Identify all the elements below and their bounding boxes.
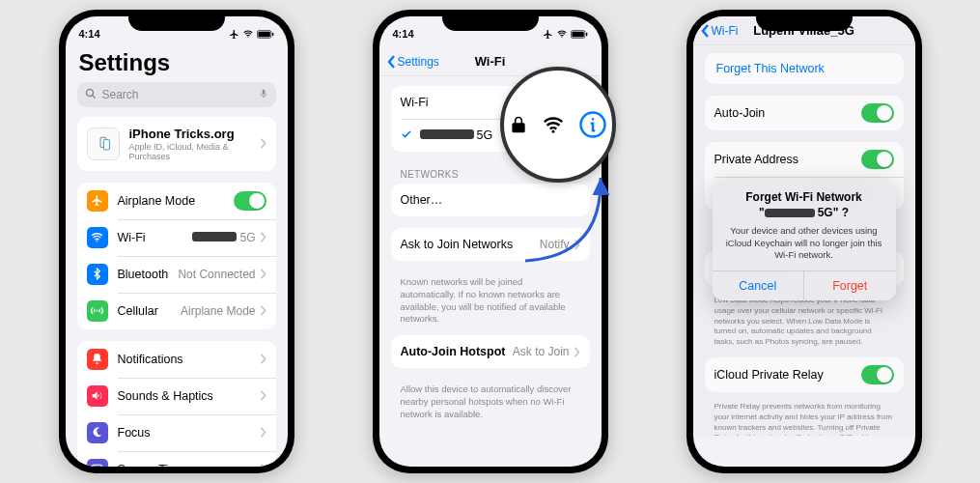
magnifier-callout [500,67,616,183]
forget-button[interactable]: Forget [803,271,896,300]
svg-rect-3 [271,32,272,35]
row-wifi[interactable]: Wi-Fi 5G [77,219,276,256]
wifi-icon [242,29,254,39]
modal-body: Your device and other devices using iClo… [724,225,884,261]
other-network-row[interactable]: Other… [391,184,590,216]
row-airplane-mode[interactable]: Airplane Mode [77,183,276,219]
row-cellular[interactable]: Cellular Airplane Mode [77,293,276,329]
svg-rect-10 [93,465,102,467]
chevron-right-icon [260,305,266,316]
wifi-icon [87,227,108,248]
checkmark-icon [401,127,412,144]
chevron-right-icon [260,138,266,149]
status-time: 4:14 [393,28,414,40]
airplane-icon [543,29,553,40]
apple-id-icon [87,128,120,160]
row-focus[interactable]: Focus [77,414,276,451]
mic-icon[interactable] [259,86,268,103]
search-placeholder: Search [102,88,253,101]
page-title: Settings [66,47,288,82]
wifi-value: 5G [192,231,255,244]
wifi-icon [556,29,568,39]
svg-point-4 [86,90,93,97]
svg-rect-16 [585,32,586,35]
search-icon [85,86,97,103]
forget-confirm-modal: Forget Wi-Fi Network "5G" ? Your device … [713,179,896,300]
phone-network-detail: 4:14 Wi-Fi Lupeni Villae_5G Forget This … [686,10,922,473]
back-button[interactable]: Settings [387,47,439,75]
ask-to-join-row[interactable]: Ask to Join Networks Notify [391,228,590,261]
chevron-right-icon [260,427,266,438]
notch [128,10,225,31]
status-time: 4:14 [79,28,100,40]
row-notifications[interactable]: Notifications [77,341,276,378]
nav-title: Wi-Fi [475,54,506,69]
row-bluetooth[interactable]: Bluetooth Not Connected [77,256,276,293]
chevron-right-icon [574,240,580,250]
svg-rect-5 [262,90,265,95]
bluetooth-icon [87,264,108,285]
row-screen-time[interactable]: Screen Time [77,451,276,467]
chevron-right-icon [260,464,266,467]
screen-time-icon [87,459,108,467]
hotspot-footer: Allow this device to automatically disco… [379,380,602,430]
battery-icon [571,30,588,39]
wifi-icon [540,114,567,135]
apple-id-sub: Apple ID, iCloud, Media & Purchases [129,142,260,161]
svg-point-9 [97,310,98,312]
airplane-toggle[interactable] [234,191,266,211]
apple-id-row[interactable]: iPhone Tricks.org Apple ID, iCloud, Medi… [77,117,276,171]
svg-point-17 [551,130,554,133]
chevron-right-icon [260,232,266,242]
apple-id-name: iPhone Tricks.org [129,127,260,142]
search-input[interactable]: Search [77,82,276,107]
phone-settings: 4:14 Settings Search iPhone [59,10,294,473]
svg-point-13 [561,37,562,38]
lock-icon [509,112,528,137]
phone-wifi: 4:14 Settings Wi-Fi Wi-Fi [373,10,608,473]
modal-title: Forget Wi-Fi Network "5G" ? [724,190,884,220]
auto-join-hotspot-row[interactable]: Auto-Join Hotspot Ask to Join [391,335,590,368]
chevron-right-icon [260,269,266,279]
chevron-right-icon [574,347,580,357]
info-icon[interactable] [578,110,607,139]
row-sounds[interactable]: Sounds & Haptics [77,378,276,414]
battery-icon [257,30,274,39]
focus-icon [87,422,108,443]
notch [442,10,539,31]
notifications-icon [87,349,108,370]
svg-point-8 [97,241,98,242]
svg-rect-15 [572,31,583,37]
airplane-icon [229,29,239,40]
chevron-right-icon [260,354,266,364]
cellular-icon [87,300,108,322]
chevron-right-icon [260,390,266,401]
svg-rect-2 [258,31,269,37]
svg-point-0 [247,37,248,38]
cancel-button[interactable]: Cancel [713,271,804,300]
ask-footer: Known networks will be joined automatica… [379,272,602,335]
airplane-icon [87,190,108,212]
sounds-icon [87,385,108,407]
svg-rect-7 [103,139,109,150]
